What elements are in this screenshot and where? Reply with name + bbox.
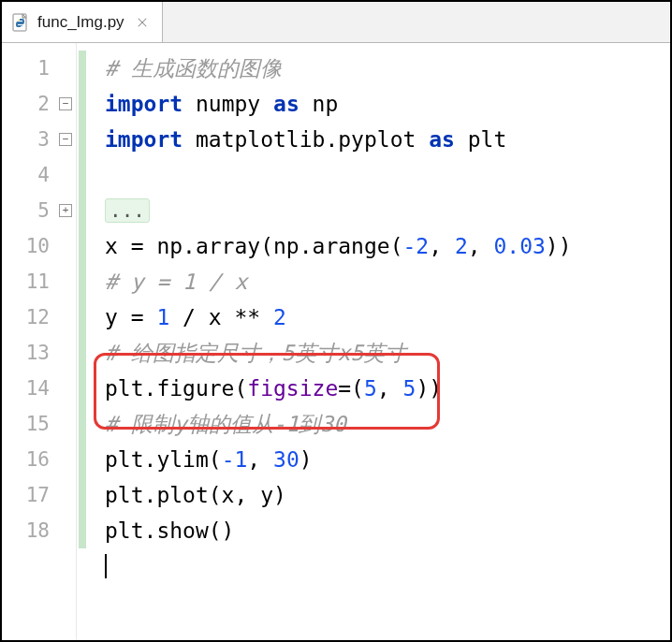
code-content[interactable]: # 生成函数的图像 import numpy as np import matp…	[88, 43, 670, 640]
line-number: 2−	[2, 86, 76, 122]
fold-toggle-icon[interactable]: −	[59, 97, 72, 110]
code-line: plt.ylim(-1, 30)	[105, 442, 670, 477]
line-number: 18	[2, 513, 76, 548]
fold-toggle-icon[interactable]: +	[59, 204, 72, 217]
line-number: 14	[2, 371, 76, 406]
code-line	[105, 548, 670, 584]
code-line: plt.figure(figsize=(5, 5))	[105, 371, 670, 406]
line-number: 10	[2, 228, 76, 264]
vcs-change-bar	[77, 43, 88, 640]
line-number: 15	[2, 406, 76, 442]
line-number: 4	[2, 157, 76, 193]
line-number: 5+	[2, 193, 76, 228]
editor[interactable]: 1 2− 3− 4 5+ 10 11 12 13 14 15 16 17 18 …	[2, 43, 670, 640]
python-file-icon	[11, 13, 30, 32]
line-number: 13	[2, 335, 76, 371]
line-number: 17	[2, 477, 76, 513]
code-line: # 给图指定尺寸，5英寸x5英寸	[105, 335, 670, 371]
line-number: 3−	[2, 122, 76, 157]
code-line: plt.plot(x, y)	[105, 477, 670, 513]
line-number: 12	[2, 299, 76, 335]
code-line: x = np.array(np.arange(-2, 2, 0.03))	[105, 228, 670, 264]
text-caret	[105, 554, 107, 578]
line-number-gutter: 1 2− 3− 4 5+ 10 11 12 13 14 15 16 17 18	[2, 43, 77, 640]
svg-point-2	[21, 24, 22, 26]
code-line: import matplotlib.pyplot as plt	[105, 122, 670, 157]
code-line: # y = 1 / x	[105, 264, 670, 299]
fold-toggle-icon[interactable]: −	[59, 133, 72, 146]
svg-point-1	[18, 19, 20, 21]
code-line: ...	[105, 193, 670, 228]
line-number: 11	[2, 264, 76, 299]
close-icon[interactable]	[136, 16, 149, 29]
svg-rect-0	[13, 14, 26, 31]
line-number: 16	[2, 442, 76, 477]
line-number: 1	[2, 51, 76, 86]
code-line: # 限制y轴的值从-1到30	[105, 406, 670, 442]
code-line: plt.show()	[105, 513, 670, 548]
fold-placeholder[interactable]: ...	[105, 198, 150, 223]
code-line	[105, 157, 670, 193]
tab-bar: func_Img.py	[2, 2, 670, 43]
file-tab[interactable]: func_Img.py	[2, 2, 163, 42]
code-line: import numpy as np	[105, 86, 670, 122]
code-line: y = 1 / x ** 2	[105, 299, 670, 335]
tab-filename: func_Img.py	[37, 13, 124, 32]
code-line: # 生成函数的图像	[105, 51, 670, 86]
